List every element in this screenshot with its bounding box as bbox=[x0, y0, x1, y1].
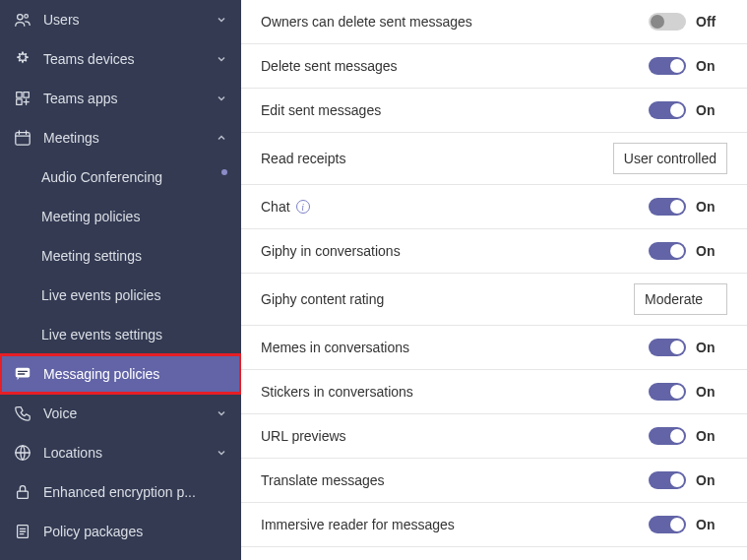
chevron-up-icon bbox=[216, 132, 227, 144]
setting-label: Translate messages bbox=[261, 472, 649, 488]
svg-rect-4 bbox=[17, 99, 22, 104]
setting-label-text: Memes in conversations bbox=[261, 340, 409, 355]
sidebar-item-voice[interactable]: Voice bbox=[0, 394, 241, 433]
dropdown-read-receipts[interactable]: User controlled bbox=[613, 143, 727, 174]
toggle-state-label: On bbox=[696, 517, 723, 532]
setting-label: Edit sent messages bbox=[261, 102, 649, 118]
setting-control: Off bbox=[649, 13, 727, 31]
chevron-down-icon bbox=[216, 93, 227, 104]
setting-row-edit-sent-messages: Edit sent messagesOn bbox=[241, 89, 747, 133]
sidebar-item-live-events-policies[interactable]: Live events policies bbox=[0, 276, 241, 315]
setting-label: Stickers in conversations bbox=[261, 384, 649, 400]
svg-rect-6 bbox=[16, 368, 30, 378]
setting-control: On bbox=[649, 101, 727, 119]
setting-control: On bbox=[649, 242, 727, 260]
toggle-chat[interactable] bbox=[649, 198, 686, 216]
devices-icon bbox=[14, 50, 31, 68]
setting-label-text: Immersive reader for messages bbox=[261, 517, 455, 532]
sidebar-item-enhanced-encryption-p[interactable]: Enhanced encryption p... bbox=[0, 472, 241, 512]
sidebar-item-policy-packages[interactable]: Policy packages bbox=[0, 512, 241, 551]
sidebar-item-teams-devices[interactable]: Teams devices bbox=[0, 39, 241, 79]
setting-label: Immersive reader for messages bbox=[261, 517, 649, 532]
setting-label-text: Read receipts bbox=[261, 151, 345, 166]
sidebar-item-label: Live events policies bbox=[41, 287, 227, 303]
apps-icon bbox=[14, 90, 31, 107]
toggle-giphy-in-conversations[interactable] bbox=[649, 242, 686, 260]
setting-control: User controlled bbox=[613, 143, 727, 174]
toggle-url-previews[interactable] bbox=[649, 427, 686, 445]
svg-rect-8 bbox=[18, 491, 29, 498]
dropdown-giphy-content-rating[interactable]: Moderate bbox=[634, 283, 727, 315]
sidebar-item-users[interactable]: Users bbox=[0, 0, 241, 39]
toggle-state-label: On bbox=[696, 384, 723, 400]
sidebar-item-label: Audio Conferencing bbox=[41, 169, 216, 185]
packages-icon bbox=[14, 523, 31, 540]
toggle-state-label: On bbox=[696, 340, 723, 355]
sidebar-item-label: Voice bbox=[43, 405, 216, 421]
setting-row-delete-sent-messages: Delete sent messagesOn bbox=[241, 44, 747, 89]
dropdown-value: Moderate bbox=[645, 291, 703, 307]
locations-icon bbox=[14, 444, 31, 462]
svg-point-0 bbox=[18, 15, 23, 20]
meetings-icon bbox=[14, 129, 31, 147]
setting-label: Giphy in conversations bbox=[261, 243, 649, 259]
sidebar-item-live-events-settings[interactable]: Live events settings bbox=[0, 315, 241, 354]
setting-control: On bbox=[649, 516, 727, 533]
sidebar-item-label: Messaging policies bbox=[43, 366, 227, 382]
sidebar-item-locations[interactable]: Locations bbox=[0, 433, 241, 472]
toggle-memes-in-conversations[interactable] bbox=[649, 339, 686, 356]
toggle-owners-can-delete-sent-messages[interactable] bbox=[649, 13, 686, 31]
setting-label-text: Edit sent messages bbox=[261, 102, 381, 118]
setting-control: On bbox=[649, 339, 727, 356]
setting-row-memes-in-conversations: Memes in conversationsOn bbox=[241, 326, 747, 370]
setting-label: Giphy content rating bbox=[261, 291, 634, 307]
chevron-down-icon bbox=[216, 53, 227, 65]
setting-label-text: Stickers in conversations bbox=[261, 384, 413, 400]
sidebar-item-audio-conferencing[interactable]: Audio Conferencing bbox=[0, 157, 241, 197]
setting-control: Moderate bbox=[634, 283, 727, 315]
svg-point-1 bbox=[25, 15, 29, 19]
toggle-delete-sent-messages[interactable] bbox=[649, 57, 686, 75]
setting-row-giphy-content-rating: Giphy content ratingModerate bbox=[241, 274, 747, 326]
sidebar-item-messaging-policies[interactable]: Messaging policies bbox=[0, 354, 241, 394]
sidebar-item-meeting-settings[interactable]: Meeting settings bbox=[0, 236, 241, 276]
setting-label-text: Owners can delete sent messages bbox=[261, 14, 472, 30]
setting-row-url-previews: URL previewsOn bbox=[241, 414, 747, 459]
setting-control: On bbox=[649, 383, 727, 401]
sidebar-item-meeting-policies[interactable]: Meeting policies bbox=[0, 197, 241, 236]
messaging-icon bbox=[14, 365, 31, 383]
setting-row-owners-can-delete-sent-messages: Owners can delete sent messagesOff bbox=[241, 0, 747, 44]
setting-label-text: Delete sent messages bbox=[261, 58, 398, 74]
toggle-stickers-in-conversations[interactable] bbox=[649, 383, 686, 401]
sidebar-item-label: Meeting settings bbox=[41, 248, 227, 264]
setting-label: Owners can delete sent messages bbox=[261, 14, 649, 30]
sidebar-item-meetings[interactable]: Meetings bbox=[0, 118, 241, 157]
users-icon bbox=[14, 11, 31, 29]
setting-label: Memes in conversations bbox=[261, 340, 649, 355]
setting-row-giphy-in-conversations: Giphy in conversationsOn bbox=[241, 229, 747, 274]
sidebar-item-label: Enhanced encryption p... bbox=[43, 484, 227, 500]
setting-label-text: Chat bbox=[261, 199, 290, 215]
sidebar-item-label: Teams apps bbox=[43, 91, 216, 106]
setting-row-translate-messages: Translate messagesOn bbox=[241, 459, 747, 503]
setting-row-stickers-in-conversations: Stickers in conversationsOn bbox=[241, 370, 747, 414]
toggle-immersive-reader-for-messages[interactable] bbox=[649, 516, 686, 533]
toggle-state-label: On bbox=[696, 199, 723, 215]
toggle-state-label: Off bbox=[696, 14, 723, 30]
sidebar-item-teams-apps[interactable]: Teams apps bbox=[0, 79, 241, 118]
sidebar-item-label: Teams devices bbox=[43, 51, 216, 67]
svg-rect-5 bbox=[16, 133, 30, 146]
setting-row-chat: ChatiOn bbox=[241, 185, 747, 229]
chevron-down-icon bbox=[216, 407, 227, 419]
toggle-state-label: On bbox=[696, 102, 723, 118]
setting-control: On bbox=[649, 427, 727, 445]
info-icon[interactable]: i bbox=[296, 200, 310, 214]
sidebar-item-label: Locations bbox=[43, 445, 216, 461]
toggle-translate-messages[interactable] bbox=[649, 471, 686, 489]
toggle-edit-sent-messages[interactable] bbox=[649, 101, 686, 119]
toggle-state-label: On bbox=[696, 243, 723, 259]
setting-control: On bbox=[649, 57, 727, 75]
dropdown-value: User controlled bbox=[624, 151, 716, 166]
sidebar-item-label: Meetings bbox=[43, 130, 216, 146]
setting-label-text: URL previews bbox=[261, 428, 346, 444]
